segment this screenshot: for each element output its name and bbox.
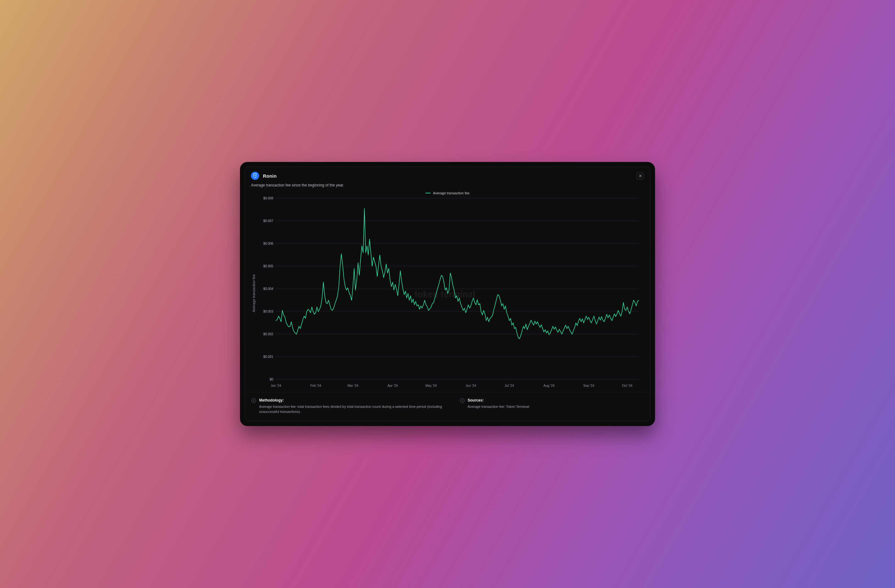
svg-text:$0.002: $0.002 (263, 332, 273, 336)
svg-text:Mar '24: Mar '24 (347, 383, 358, 387)
card-title: Ronin (263, 173, 277, 179)
device-frame: Ronin ✕ Average transaction fee since th… (240, 162, 655, 426)
chart-y-axis-title: Average transaction fee (252, 274, 255, 312)
info-icon: i (252, 399, 256, 403)
methodology-body: Average transaction fee: total transacti… (259, 405, 448, 414)
svg-text:Apr '24: Apr '24 (387, 383, 398, 387)
svg-text:Feb '24: Feb '24 (310, 383, 321, 387)
svg-text:$0.006: $0.006 (263, 241, 273, 246)
chart-x-axis: Jan '24Feb '24Mar '24Apr '24May '24Jun '… (271, 383, 633, 387)
svg-text:$0.004: $0.004 (263, 287, 273, 291)
close-button[interactable]: ✕ (637, 172, 644, 180)
chart-card: Ronin ✕ Average transaction fee since th… (244, 166, 651, 422)
ronin-logo (251, 172, 259, 180)
chart-area: $0$0.001$0.002$0.003$0.004$0.005$0.006$0… (245, 196, 650, 392)
card-subtitle: Average transaction fee since the beginn… (245, 182, 650, 191)
chart-svg: $0$0.001$0.002$0.003$0.004$0.005$0.006$0… (250, 196, 645, 390)
sources-body: Average transaction fee: Token Terminal (468, 405, 529, 409)
svg-text:$0.008: $0.008 (263, 196, 273, 200)
svg-text:Jun '24: Jun '24 (466, 383, 476, 387)
chart-series (276, 209, 639, 339)
svg-text:Jul '24: Jul '24 (505, 383, 514, 387)
legend-label: Average transaction fee (433, 191, 470, 195)
svg-text:Oct '24: Oct '24 (622, 383, 633, 387)
svg-text:May '24: May '24 (425, 383, 437, 387)
svg-text:$0: $0 (270, 377, 274, 382)
close-icon: ✕ (639, 174, 642, 178)
methodology-block: i Methodology: Average transaction fee: … (252, 398, 448, 414)
svg-rect-0 (255, 174, 255, 176)
legend-swatch (425, 193, 431, 193)
sources-heading: Sources: (468, 398, 529, 403)
svg-text:Sep '24: Sep '24 (583, 383, 595, 387)
methodology-heading: Methodology: (259, 398, 448, 403)
chart-legend: Average transaction fee (245, 191, 650, 196)
info-icon: i (460, 399, 464, 403)
card-header: Ronin ✕ (245, 167, 650, 182)
svg-text:Aug '24: Aug '24 (543, 383, 554, 387)
svg-text:$0.007: $0.007 (263, 219, 273, 223)
card-footer: i Methodology: Average transaction fee: … (245, 392, 650, 421)
ronin-shield-icon (253, 173, 257, 178)
chart-y-axis: $0$0.001$0.002$0.003$0.004$0.005$0.006$0… (263, 196, 273, 381)
svg-text:Jan '24: Jan '24 (271, 383, 281, 387)
svg-text:$0.003: $0.003 (263, 309, 273, 314)
sources-block: i Sources: Average transaction fee: Toke… (460, 398, 529, 414)
chart-watermark: token terminal_ (415, 289, 481, 299)
svg-text:$0.001: $0.001 (263, 355, 273, 359)
svg-text:$0.005: $0.005 (263, 264, 273, 268)
